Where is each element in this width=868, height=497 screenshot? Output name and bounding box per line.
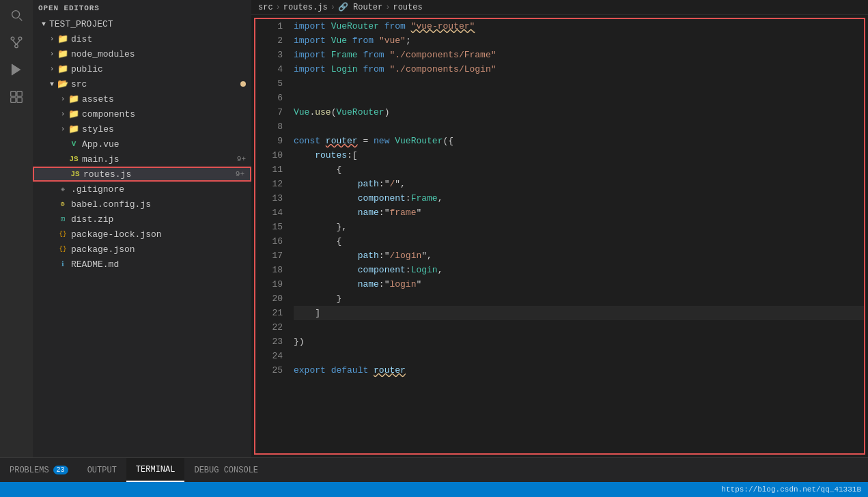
file-label-package-lock: package-lock.json bbox=[71, 229, 162, 240]
token: export bbox=[294, 363, 326, 378]
token: , bbox=[438, 263, 443, 277]
sidebar-item-src[interactable]: ▼ 📂 src bbox=[33, 76, 251, 91]
token: Frame bbox=[331, 48, 358, 62]
sidebar-item-assets[interactable]: › 📁 assets bbox=[33, 91, 251, 106]
token: "./components/Login" bbox=[389, 62, 496, 76]
tab-problems[interactable]: PROBLEMS 23 bbox=[0, 458, 78, 482]
sidebar-item-node-modules[interactable]: › 📁 node_modules bbox=[33, 46, 251, 61]
js-file-icon: JS bbox=[68, 154, 79, 165]
breadcrumb-routes[interactable]: routes bbox=[393, 3, 422, 12]
sidebar-item-babel-config[interactable]: › ⚙ babel.config.js bbox=[33, 197, 251, 212]
tab-output[interactable]: OUTPUT bbox=[78, 458, 126, 482]
code-line-17: path :" /login ", bbox=[294, 248, 864, 263]
sidebar-item-app-vue[interactable]: › V App.vue bbox=[33, 137, 251, 152]
sidebar-item-main-js[interactable]: › JS main.js 9+ bbox=[33, 152, 251, 167]
token: "vue" bbox=[379, 33, 406, 48]
code-line-2: import Vue from "vue" ; bbox=[294, 33, 864, 48]
token: , bbox=[438, 191, 443, 205]
token: } bbox=[336, 292, 341, 306]
source-control-activity-icon[interactable] bbox=[7, 33, 26, 52]
code-line-9: const router = new VueRouter ({ bbox=[294, 134, 864, 148]
token: ({ bbox=[443, 134, 453, 148]
sidebar-item-styles[interactable]: › 📁 styles bbox=[33, 122, 251, 137]
breadcrumb-src[interactable]: src bbox=[258, 3, 273, 12]
sidebar-item-package-lock[interactable]: › {} package-lock.json bbox=[33, 227, 251, 242]
line-num-23: 23 bbox=[261, 335, 283, 349]
folder-icon-src: 📂 bbox=[57, 79, 68, 89]
token: :" bbox=[379, 177, 390, 191]
code-line-5 bbox=[294, 76, 864, 91]
sidebar-item-routes-js[interactable]: › JS routes.js 9+ bbox=[33, 167, 251, 182]
line-numbers: 1 2 3 4 5 6 7 8 9 10 11 12 13 14 15 16 1… bbox=[255, 19, 288, 453]
tab-problems-label: PROBLEMS bbox=[10, 466, 49, 475]
git-icon: ◈ bbox=[57, 184, 68, 195]
breadcrumb-sep-3: › bbox=[385, 3, 390, 12]
tab-terminal[interactable]: TERMINAL bbox=[126, 458, 185, 482]
file-label-main-js: main.js bbox=[82, 154, 120, 165]
breadcrumb-routes-js[interactable]: routes.js bbox=[283, 3, 328, 12]
token: use bbox=[315, 105, 331, 119]
chevron-right-icon: › bbox=[57, 94, 68, 104]
code-line-21: ] bbox=[294, 306, 864, 320]
token: :[ bbox=[347, 148, 358, 162]
breadcrumb-sep-2: › bbox=[331, 3, 335, 12]
breadcrumb-router-link[interactable]: 🔗 Router bbox=[338, 2, 382, 12]
file-label-app-vue: App.vue bbox=[82, 139, 120, 150]
token bbox=[326, 48, 331, 62]
file-label-package-json: package.json bbox=[71, 244, 135, 255]
line-num-13: 13 bbox=[261, 191, 283, 205]
json-icon-pkg-lock: {} bbox=[57, 229, 68, 240]
line-num-5: 5 bbox=[261, 76, 283, 91]
token: name bbox=[358, 205, 379, 220]
token: Vue bbox=[331, 33, 347, 48]
folder-label-public: public bbox=[71, 64, 103, 74]
token: import bbox=[294, 62, 326, 76]
line-num-17: 17 bbox=[261, 248, 283, 263]
sidebar-item-test-project[interactable]: ▼ TEST_PROJECT bbox=[33, 16, 251, 31]
folder-label-styles: styles bbox=[82, 124, 114, 134]
token: router bbox=[326, 134, 358, 148]
token: : bbox=[406, 191, 411, 205]
token: = bbox=[358, 134, 374, 148]
sidebar-item-readme[interactable]: › ℹ README.md bbox=[33, 257, 251, 272]
svg-point-4 bbox=[15, 44, 18, 48]
sidebar-item-public[interactable]: › 📁 public bbox=[33, 61, 251, 76]
token bbox=[326, 62, 331, 76]
line-num-20: 20 bbox=[261, 292, 283, 306]
tab-debug-console[interactable]: DEBUG CONSOLE bbox=[184, 458, 268, 482]
sidebar-item-dist[interactable]: › 📁 dist bbox=[33, 31, 251, 46]
folder-label-components: components bbox=[82, 109, 135, 119]
run-activity-icon[interactable] bbox=[7, 60, 26, 79]
line-num-4: 4 bbox=[261, 62, 283, 76]
search-activity-icon[interactable] bbox=[7, 5, 26, 25]
code-line-24 bbox=[294, 349, 864, 363]
code-line-3: import Frame from "./components/Frame" bbox=[294, 48, 864, 62]
code-content[interactable]: import VueRouter from "vue-router" impor… bbox=[288, 19, 864, 453]
svg-line-6 bbox=[16, 40, 20, 44]
code-line-25: export default router bbox=[294, 363, 864, 378]
open-editors-label: OPEN EDITORS bbox=[38, 4, 100, 12]
folder-label-assets: assets bbox=[82, 94, 114, 104]
code-line-10: routes :[ bbox=[294, 148, 864, 162]
token bbox=[294, 234, 336, 248]
sidebar-item-gitignore[interactable]: › ◈ .gitignore bbox=[33, 182, 251, 197]
token bbox=[294, 177, 358, 191]
extensions-activity-icon[interactable] bbox=[7, 87, 26, 106]
token: VueRouter bbox=[336, 105, 384, 119]
token: Vue bbox=[294, 105, 309, 119]
tab-debug-label: DEBUG CONSOLE bbox=[194, 466, 258, 475]
token bbox=[406, 19, 411, 33]
sidebar-item-dist-zip[interactable]: › ⊡ dist.zip bbox=[33, 212, 251, 227]
token: import bbox=[294, 19, 326, 33]
folder-icon-styles: 📁 bbox=[68, 124, 79, 134]
token: from bbox=[352, 33, 374, 48]
sidebar-item-package-json[interactable]: › {} package.json bbox=[33, 242, 251, 257]
zip-icon: ⊡ bbox=[57, 214, 68, 225]
line-num-24: 24 bbox=[261, 349, 283, 363]
svg-rect-11 bbox=[11, 98, 16, 102]
sidebar-item-components[interactable]: › 📁 components bbox=[33, 106, 251, 122]
svg-rect-12 bbox=[17, 98, 22, 102]
svg-line-1 bbox=[19, 18, 22, 20]
chevron-right-icon: › bbox=[46, 63, 57, 74]
token bbox=[374, 33, 379, 48]
